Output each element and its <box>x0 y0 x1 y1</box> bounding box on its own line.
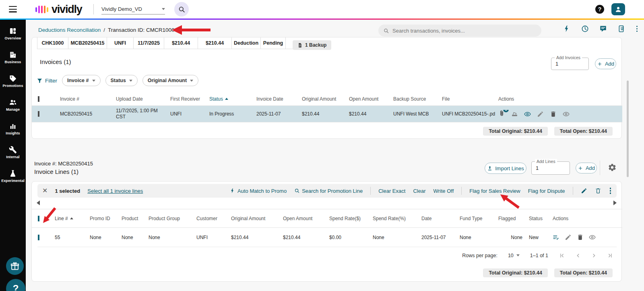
filter-button[interactable]: Filter <box>37 78 57 84</box>
column-header[interactable]: Open Amount <box>280 216 326 221</box>
attachment-paperclip-icon[interactable]: 1 <box>498 110 505 118</box>
column-header[interactable]: Spend Rate($) <box>326 216 369 221</box>
more-actions-icon[interactable] <box>609 188 612 194</box>
import-lines-button[interactable]: Import Lines <box>485 163 526 174</box>
search-promotion-line-button[interactable]: Search for Promotion Line <box>294 188 363 194</box>
search-input[interactable] <box>392 28 529 34</box>
app-root: vividly Vividly Demo_VD ? Overview Busin… <box>0 0 644 291</box>
delete-trash-icon[interactable] <box>595 188 601 194</box>
column-header[interactable]: Upload Date <box>113 96 167 102</box>
column-header[interactable]: Original Amount <box>228 216 280 221</box>
column-header[interactable]: Promo ID <box>87 216 118 221</box>
invoice-line-row[interactable]: 55 None None None UNFI $210.44 $210.44 $… <box>32 228 622 247</box>
breadcrumb-parent-link[interactable]: Deductions Reconciliation <box>38 27 101 33</box>
add-invoices-field[interactable]: Add Invoices <box>551 58 589 70</box>
select-all-invoices-checkbox[interactable] <box>38 96 39 102</box>
ai-search-button[interactable] <box>174 2 189 17</box>
column-header[interactable]: Backup Source <box>390 96 439 102</box>
building-icon <box>9 51 17 59</box>
sidebar-item-manage[interactable]: Manage <box>0 98 26 122</box>
global-search[interactable] <box>378 25 541 37</box>
table-settings-gear-icon[interactable] <box>608 163 617 172</box>
scroll-right-arrow[interactable] <box>613 200 617 205</box>
preview-eye-icon[interactable] <box>563 111 570 118</box>
select-all-lines-checkbox[interactable] <box>38 216 39 221</box>
help-fab-button[interactable]: ? <box>6 279 25 291</box>
column-header[interactable]: Product <box>118 216 145 221</box>
column-header[interactable]: Invoice # <box>57 96 113 102</box>
sidebar-item-experimental[interactable]: Experimental <box>0 169 26 193</box>
column-header[interactable]: Customer <box>193 216 228 221</box>
sidebar-item-insights[interactable]: Insights <box>0 122 26 146</box>
avatar[interactable] <box>611 3 625 15</box>
column-header-line-sorted[interactable]: Line # <box>52 216 87 221</box>
column-header[interactable]: Open Amount <box>346 96 390 102</box>
previous-page-icon[interactable] <box>575 252 581 259</box>
column-header-status-sorted[interactable]: Status <box>206 96 253 102</box>
next-page-icon[interactable] <box>591 252 597 259</box>
write-off-button[interactable]: Write Off <box>433 188 454 194</box>
cell-promo-id: None <box>87 235 118 240</box>
edit-pencil-icon[interactable] <box>537 111 544 118</box>
filter-invoice-number[interactable]: Invoice # <box>62 75 101 86</box>
select-all-link[interactable]: Select all 1 invoice lines <box>87 188 143 194</box>
delete-trash-icon[interactable] <box>550 111 557 118</box>
edit-pencil-icon[interactable] <box>581 188 587 194</box>
bolt-icon[interactable] <box>563 25 571 33</box>
sidebar-item-internal[interactable]: Internal <box>0 146 26 169</box>
txn-cell: CHK1000 <box>37 37 68 49</box>
add-lines-field[interactable]: Add Lines <box>531 161 570 175</box>
scroll-left-arrow[interactable] <box>37 200 40 205</box>
vertical-scrollbar[interactable] <box>627 80 629 177</box>
flag-for-dispute-button[interactable]: Flag for Dispute <box>528 188 565 194</box>
column-header[interactable]: Flagged <box>495 216 526 221</box>
column-header[interactable]: Invoice Date <box>253 96 299 102</box>
first-page-icon[interactable] <box>559 252 565 259</box>
filter-status[interactable]: Status <box>105 75 138 86</box>
column-header[interactable]: Status <box>526 216 549 221</box>
workspace-selector[interactable]: Vividly Demo_VD <box>101 4 165 14</box>
line-row-checkbox[interactable] <box>38 235 39 240</box>
flag-for-sales-review-button[interactable]: Flag for Sales Review <box>469 188 520 194</box>
more-options-icon[interactable] <box>636 26 639 32</box>
sidebar-item-business[interactable]: Business <box>0 51 26 74</box>
clear-exact-button[interactable]: Clear Exact <box>378 188 405 194</box>
vividly-logo: vividly <box>35 3 82 16</box>
column-header[interactable]: Original Amount <box>299 96 346 102</box>
cell-status: New <box>526 235 549 240</box>
gift-button[interactable] <box>6 257 24 275</box>
scan-icon[interactable] <box>511 111 518 118</box>
attachments-icon[interactable] <box>617 25 625 33</box>
clear-button[interactable]: Clear <box>413 188 425 194</box>
column-header[interactable]: Date <box>418 216 456 221</box>
view-backup-eye-icon[interactable] <box>524 111 531 118</box>
cell-status: In Progress <box>206 111 253 117</box>
total-open-chip: Total Open: $210.44 <box>554 268 613 277</box>
auto-match-button[interactable]: Auto Match to Promo <box>230 188 287 194</box>
edit-pencil-icon[interactable] <box>565 234 572 241</box>
column-header[interactable]: First Receiver <box>167 96 206 102</box>
sidebar-item-overview[interactable]: Overview <box>0 27 26 51</box>
sidebar-item-promotions[interactable]: Promotions <box>0 74 26 98</box>
column-header[interactable]: Spend Rate(%) <box>369 216 418 221</box>
clear-selection-icon[interactable]: ✕ <box>42 188 47 194</box>
column-header[interactable]: Fund Type <box>456 216 495 221</box>
match-list-check-icon[interactable] <box>553 234 559 241</box>
hamburger-menu-icon[interactable] <box>9 6 17 12</box>
add-line-button[interactable]: Add <box>576 163 597 173</box>
delete-trash-icon[interactable] <box>577 234 584 241</box>
add-invoice-button[interactable]: Add <box>595 58 616 69</box>
comments-icon[interactable] <box>599 25 607 33</box>
last-page-icon[interactable] <box>607 252 613 259</box>
help-button[interactable]: ? <box>595 5 604 14</box>
view-eye-icon[interactable] <box>589 234 596 241</box>
invoice-table-row[interactable]: MCB20250415 11/7/2025, 1:00 PM CST UNFI … <box>32 106 622 122</box>
column-header[interactable]: File <box>439 96 495 102</box>
invoice-row-checkbox[interactable] <box>38 111 39 117</box>
column-header[interactable]: Product Group <box>145 216 193 221</box>
rows-per-page-select[interactable]: 10 <box>508 253 520 258</box>
filter-original-amount[interactable]: Original Amount <box>142 75 198 86</box>
backup-count-chip[interactable]: 1 Backup <box>293 40 331 50</box>
transaction-summary-row[interactable]: CHK1000 MCB20250415 UNFI 11/7/2025 $210.… <box>37 37 327 49</box>
history-clock-icon[interactable] <box>581 25 589 33</box>
